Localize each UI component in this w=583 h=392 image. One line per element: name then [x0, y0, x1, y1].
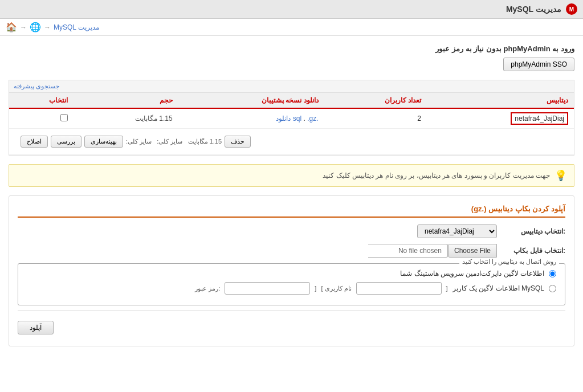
upload-section: آپلود کردن بکاپ دیتابیس (.gz) :انتخاب دی… — [9, 195, 574, 346]
sso-section: ورود به phpMyAdmin بدون نیاز به رمز عبور… — [9, 44, 574, 71]
col-header-download: دانلود نسخه پشتیبان — [178, 93, 324, 108]
username-input[interactable] — [356, 282, 442, 295]
db-name-cell[interactable]: netafra4_JajDiaj — [427, 108, 574, 129]
table-header-row: جستجوی پیشرفته — [9, 80, 574, 93]
radio-row-2: MySQL اطلاعات لاگین یک کاربر [ نام کاربر… — [27, 282, 556, 295]
radio-hosting-label[interactable]: اطلاعات لاگین دایرکت‌ادمین سرویس هاستینگ… — [400, 270, 544, 277]
radio-row-1: اطلاعات لاگین دایرکت‌ادمین سرویس هاستینگ… — [27, 270, 556, 277]
mysql-icon: M — [566, 3, 577, 15]
db-select-value: netafra4_JajDiaj — [417, 224, 497, 238]
connection-box-legend: روش اتصال به دیتابیس را انتخاب کنید — [459, 258, 559, 266]
col-header-size: حجم — [74, 93, 178, 108]
total-size-label: سایز کلی: — [126, 138, 152, 145]
breadcrumb: 🏠 → 🌐 → مدیریت MySQL — [0, 19, 583, 36]
page-title: مدیریت MySQL — [506, 5, 561, 14]
file-name-display: No file chosen — [368, 244, 448, 258]
separator — [18, 310, 565, 311]
db-select-dropdown[interactable]: netafra4_JajDiaj — [417, 224, 497, 238]
info-box: 💡 جهت مدیریت کاربران و پسورد های هر دیتا… — [9, 164, 574, 187]
download-label-link[interactable]: دانلود — [276, 115, 291, 122]
file-select-label: :انتخاب فایل بکاپ — [503, 247, 565, 255]
checkbox-cell — [9, 108, 74, 129]
repair-button[interactable]: اصلاح — [21, 136, 48, 148]
breadcrumb-arrow-2: → — [44, 23, 51, 31]
globe-icon: 🌐 — [30, 22, 41, 32]
phpmyadmin-sso-button[interactable]: phpMyAdmin SSO — [503, 58, 574, 71]
radio-mysql-user-label[interactable]: MySQL اطلاعات لاگین یک کاربر — [452, 284, 544, 292]
upload-section-header: آپلود کردن بکاپ دیتابیس (.gz) — [18, 205, 565, 218]
username-label: نام کاربری ] — [321, 285, 351, 292]
breadcrumb-arrow-1: → — [20, 23, 27, 31]
password-input[interactable] — [225, 282, 310, 295]
db-name-bordered[interactable]: netafra4_JajDiaj — [511, 112, 568, 125]
home-icon[interactable]: 🏠 — [6, 22, 17, 32]
users-count-cell: 2 — [324, 108, 427, 129]
upload-btn-row: آپلود — [18, 315, 565, 337]
file-input-wrapper: Choose File No file chosen — [368, 244, 497, 258]
radio-hosting[interactable] — [549, 270, 556, 277]
password-label: :رمز عبور — [195, 285, 220, 292]
db-table-section: جستجوی پیشرفته دیتابیس تعداد کاربران دان… — [9, 80, 574, 156]
download-links-cell: .sql . .gz دانلود — [178, 108, 324, 129]
row-checkbox[interactable] — [60, 114, 68, 121]
col-header-users: تعداد کاربران — [324, 93, 427, 108]
file-select-row: :انتخاب فایل بکاپ Choose File No file ch… — [18, 244, 565, 258]
choose-file-button[interactable]: Choose File — [448, 244, 497, 258]
upload-button[interactable]: آپلود — [18, 321, 54, 334]
optimize-button[interactable]: بهینه‌سازی — [84, 136, 123, 148]
db-select-label: :انتخاب دیتابیس — [503, 227, 565, 235]
connection-box: روش اتصال به دیتابیس را انتخاب کنید اطلا… — [18, 263, 565, 305]
action-buttons-row: حذف 1.15 مگابایت سایز کلی: سایز کلی: بهی… — [15, 132, 568, 151]
check-button[interactable]: بررسی — [51, 136, 81, 148]
radio-mysql-user[interactable] — [549, 285, 556, 292]
title-bar: M مدیریت MySQL — [0, 0, 583, 19]
download-gz-link[interactable]: .gz — [307, 115, 316, 122]
db-table: دیتابیس تعداد کاربران دانلود نسخه پشتیبا… — [9, 93, 574, 155]
col-header-dbname: دیتابیس — [427, 93, 574, 108]
total-size-display: 1.15 مگابایت سایز کلی: سایز کلی: — [126, 138, 222, 145]
breadcrumb-mysql-link[interactable]: مدیریت MySQL — [54, 23, 99, 31]
bulb-icon: 💡 — [555, 169, 567, 182]
username-bracket-label: [ — [446, 285, 448, 292]
table-row: netafra4_JajDiaj 2 .sql . .gz دانلود 1.1… — [9, 108, 574, 129]
size-cell: 1.15 مگابایت — [74, 108, 178, 129]
sso-heading: ورود به phpMyAdmin بدون نیاز به رمز عبور — [9, 44, 574, 53]
delete-button[interactable]: حذف — [225, 136, 251, 148]
password-bracket-label: [ — [315, 285, 316, 292]
advanced-search-link[interactable]: جستجوی پیشرفته — [14, 83, 60, 90]
info-text: جهت مدیریت کاربران و پسورد های هر دیتابی… — [323, 172, 550, 179]
action-row: حذف 1.15 مگابایت سایز کلی: سایز کلی: بهی… — [9, 129, 574, 155]
main-content: ورود به phpMyAdmin بدون نیاز به رمز عبور… — [0, 36, 583, 364]
col-header-select: انتخاب — [9, 93, 74, 108]
db-select-row: :انتخاب دیتابیس netafra4_JajDiaj — [18, 224, 565, 238]
